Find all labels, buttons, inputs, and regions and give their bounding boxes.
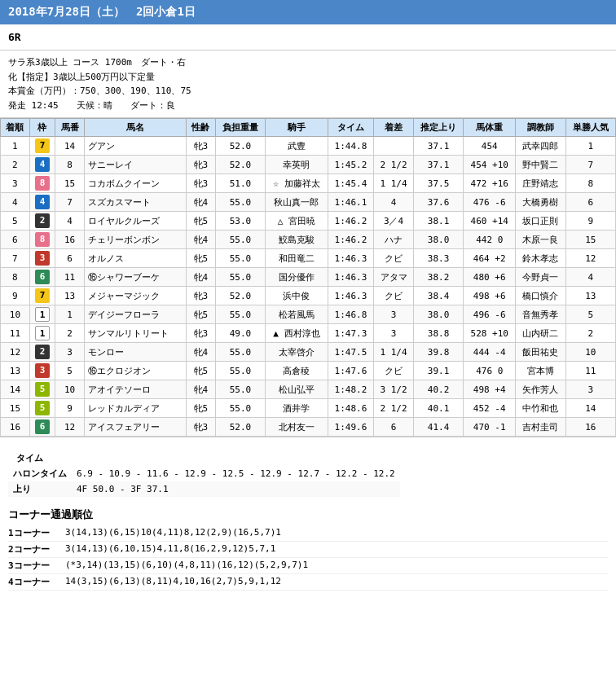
horse-name: メジャーマジック: [84, 287, 186, 305]
time: 1:44.8: [328, 137, 373, 156]
sex-age: 牝4: [186, 380, 215, 399]
horse-num: 10: [55, 380, 85, 399]
last3f: 39.8: [413, 343, 463, 362]
corner-section: コーナー通過順位 1コーナー3(14,13)(6,15)10(4,11)8,12…: [0, 503, 616, 595]
sex-age: 牝3: [186, 174, 215, 193]
time-table: ハロンタイム 6.9 - 10.9 - 11.6 - 12.9 - 12.5 -…: [8, 466, 400, 497]
col-name: 馬名: [84, 119, 186, 137]
horse-num: 3: [55, 343, 85, 362]
jockey: 幸英明: [266, 156, 328, 174]
margin: クビ: [374, 249, 414, 268]
margin: 3: [374, 324, 414, 343]
col-jockey: 騎手: [266, 119, 328, 137]
sex-age: 牝5: [186, 249, 215, 268]
rank: 4: [1, 193, 30, 212]
results-table: 着順 枠 馬番 馬名 性齢 負担重量 騎手 タイム 着差 推定上り 馬体重 調教…: [0, 118, 616, 437]
horse-weight: 460 +14: [464, 212, 516, 231]
horse-name: ⑯エクロジオン: [84, 362, 186, 380]
frame: 5: [29, 399, 55, 418]
frame: 8: [29, 231, 55, 249]
time: 1:48.6: [328, 399, 373, 418]
trainer: 野中賢二: [516, 156, 565, 174]
last3f: 37.5: [413, 174, 463, 193]
jockey: 北村友一: [266, 418, 328, 437]
corner-label: 1コーナー: [8, 527, 65, 539]
burden-weight: 55.0: [215, 305, 265, 324]
table-row: 9 7 13 メジャーマジック 牝3 52.0 浜中俊 1:46.3 クビ 38…: [1, 287, 616, 305]
corner-data: (*3,14)(13,15)(6,10)(4,8,11)(16,12)(5,2,…: [65, 560, 608, 572]
frame: 8: [29, 174, 55, 193]
sex-age: 牝5: [186, 212, 215, 231]
last3f: 41.4: [413, 418, 463, 437]
horse-name: サニーレイ: [84, 156, 186, 174]
horse-num: 12: [55, 418, 85, 437]
trainer: 木原一良: [516, 231, 565, 249]
jockey: 浜中俊: [266, 287, 328, 305]
table-row: 7 3 6 オルノス 牝5 55.0 和田竜二 1:46.3 クビ 38.3 4…: [1, 249, 616, 268]
rank: 8: [1, 268, 30, 287]
frame: 1: [29, 305, 55, 324]
last3f: 40.2: [413, 380, 463, 399]
time: 1:47.5: [328, 343, 373, 362]
margin: 6: [374, 418, 414, 437]
table-row: 6 8 16 チェリーボンボン 牝4 55.0 鮫島克駿 1:46.2 ハナ 3…: [1, 231, 616, 249]
col-last3f: 推定上り: [413, 119, 463, 137]
last3f: 37.6: [413, 193, 463, 212]
frame: 2: [29, 343, 55, 362]
jockey: 太宰啓介: [266, 343, 328, 362]
burden-weight: 51.0: [215, 174, 265, 193]
rank: 10: [1, 305, 30, 324]
time: 1:46.3: [328, 249, 373, 268]
trainer: 吉村圭司: [516, 418, 565, 437]
horse-weight: 442 0: [464, 231, 516, 249]
corner-label: 3コーナー: [8, 560, 65, 572]
frame: 6: [29, 268, 55, 287]
horse-name: ロイヤルクルーズ: [84, 212, 186, 231]
frame: 7: [29, 137, 55, 156]
burden-weight: 55.0: [215, 193, 265, 212]
rank: 11: [1, 324, 30, 343]
time: 1:46.3: [328, 268, 373, 287]
table-row: 13 3 5 ⑯エクロジオン 牝5 55.0 高倉稜 1:47.6 クビ 39.…: [1, 362, 616, 380]
margin: 1 1/4: [374, 174, 414, 193]
jockey: 国分優作: [266, 268, 328, 287]
trainer: 山内研二: [516, 324, 565, 343]
last3f: 38.4: [413, 287, 463, 305]
burden-weight: 53.0: [215, 212, 265, 231]
margin: ハナ: [374, 231, 414, 249]
jockey: △ 宮田暁: [266, 212, 328, 231]
jockey: 松山弘平: [266, 380, 328, 399]
horse-weight: 454 +10: [464, 156, 516, 174]
burden-weight: 52.0: [215, 418, 265, 437]
corner-title: コーナー通過順位: [8, 508, 608, 522]
single-odds: 16: [565, 418, 615, 437]
margin: [374, 137, 414, 156]
horse-name: モンロー: [84, 343, 186, 362]
last3f: 38.1: [413, 212, 463, 231]
single-odds: 15: [565, 231, 615, 249]
horse-num: 1: [55, 305, 85, 324]
corner-row: 1コーナー3(14,13)(6,15)10(4,11)8,12(2,9)(16,…: [8, 525, 608, 542]
horse-num: 5: [55, 362, 85, 380]
horse-num: 2: [55, 324, 85, 343]
horse-num: 11: [55, 268, 85, 287]
col-time: タイム: [328, 119, 373, 137]
header-title: 2018年7月28日（土） 2回小倉1日: [8, 5, 196, 18]
table-row: 14 5 10 アオイテソーロ 牝4 55.0 松山弘平 1:48.2 3 1/…: [1, 380, 616, 399]
time: 1:46.2: [328, 212, 373, 231]
margin: クビ: [374, 287, 414, 305]
frame: 2: [29, 212, 55, 231]
rank: 7: [1, 249, 30, 268]
col-odds: 単勝人気: [565, 119, 615, 137]
time: 1:45.2: [328, 156, 373, 174]
burden-weight: 52.0: [215, 137, 265, 156]
jockey: 酒井学: [266, 399, 328, 418]
rank: 14: [1, 380, 30, 399]
burden-weight: 52.0: [215, 287, 265, 305]
corner-row: 2コーナー3(14,13)(6,10,15)4,11,8(16,2,9,12)5…: [8, 542, 608, 558]
horse-name: レッドカルディア: [84, 399, 186, 418]
single-odds: 14: [565, 399, 615, 418]
trainer: 坂口正則: [516, 212, 565, 231]
rank: 9: [1, 287, 30, 305]
trainer: 武幸四郎: [516, 137, 565, 156]
